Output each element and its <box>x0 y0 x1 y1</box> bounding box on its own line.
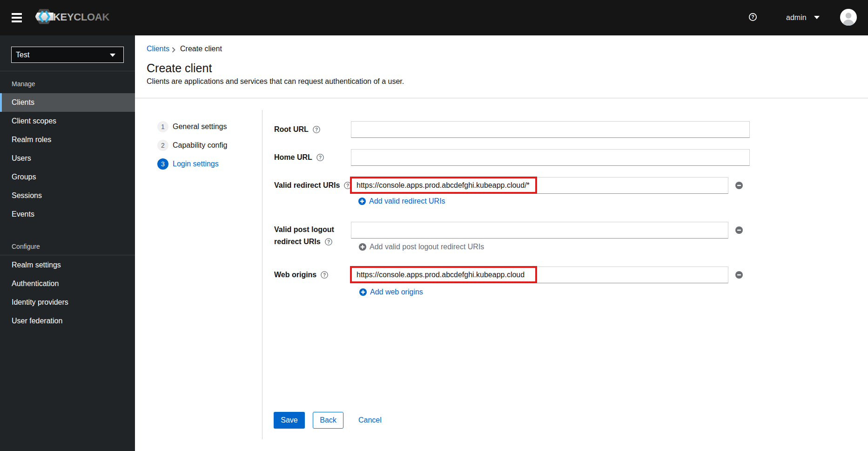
svg-text:?: ? <box>323 273 326 278</box>
svg-text:?: ? <box>319 155 322 160</box>
svg-text:?: ? <box>327 239 330 245</box>
svg-text:KEYCLOAK: KEYCLOAK <box>53 11 109 23</box>
svg-text:?: ? <box>315 127 318 132</box>
svg-text:?: ? <box>751 14 754 20</box>
svg-text:?: ? <box>346 183 349 188</box>
